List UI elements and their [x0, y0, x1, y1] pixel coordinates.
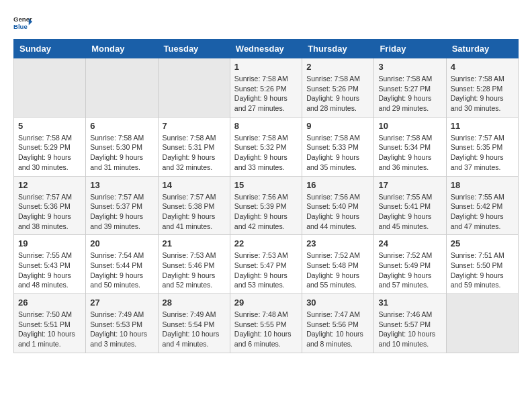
day-number: 1 [234, 62, 298, 72]
table-row: 23Sunrise: 7:52 AM Sunset: 5:48 PM Dayli… [302, 235, 374, 294]
calendar-table: Sunday Monday Tuesday Wednesday Thursday… [13, 39, 519, 353]
table-row: 17Sunrise: 7:55 AM Sunset: 5:41 PM Dayli… [374, 176, 446, 235]
day-number: 2 [306, 62, 369, 72]
day-info: Sunrise: 7:46 AM Sunset: 5:57 PM Dayligh… [378, 310, 441, 349]
table-row: 24Sunrise: 7:52 AM Sunset: 5:49 PM Dayli… [374, 235, 446, 294]
table-row: 12Sunrise: 7:57 AM Sunset: 5:36 PM Dayli… [14, 176, 86, 235]
day-info: Sunrise: 7:49 AM Sunset: 5:54 PM Dayligh… [163, 310, 226, 349]
day-number: 25 [451, 238, 514, 248]
day-info: Sunrise: 7:58 AM Sunset: 5:29 PM Dayligh… [18, 133, 81, 173]
day-info: Sunrise: 7:57 AM Sunset: 5:37 PM Dayligh… [90, 192, 153, 232]
table-row: 27Sunrise: 7:49 AM Sunset: 5:53 PM Dayli… [86, 294, 158, 353]
table-row: 19Sunrise: 7:55 AM Sunset: 5:43 PM Dayli… [14, 235, 86, 294]
day-info: Sunrise: 7:56 AM Sunset: 5:40 PM Dayligh… [306, 192, 369, 232]
col-wednesday: Wednesday [230, 40, 302, 58]
day-info: Sunrise: 7:57 AM Sunset: 5:35 PM Dayligh… [451, 133, 514, 173]
day-info: Sunrise: 7:47 AM Sunset: 5:56 PM Dayligh… [306, 310, 369, 349]
table-row [446, 294, 518, 353]
table-row: 25Sunrise: 7:51 AM Sunset: 5:50 PM Dayli… [446, 235, 518, 294]
table-row: 15Sunrise: 7:56 AM Sunset: 5:39 PM Dayli… [230, 176, 302, 235]
day-number: 22 [234, 238, 298, 248]
day-number: 12 [18, 180, 81, 190]
table-row: 6Sunrise: 7:58 AM Sunset: 5:30 PM Daylig… [86, 117, 158, 176]
day-number: 11 [451, 121, 514, 131]
day-number: 21 [163, 238, 226, 248]
day-number: 8 [234, 121, 298, 131]
day-info: Sunrise: 7:53 AM Sunset: 5:47 PM Dayligh… [234, 250, 298, 290]
table-row: 8Sunrise: 7:58 AM Sunset: 5:32 PM Daylig… [230, 117, 302, 176]
calendar-week-row: 1Sunrise: 7:58 AM Sunset: 5:26 PM Daylig… [14, 58, 519, 118]
col-thursday: Thursday [302, 40, 374, 58]
table-row: 16Sunrise: 7:56 AM Sunset: 5:40 PM Dayli… [302, 176, 374, 235]
day-info: Sunrise: 7:57 AM Sunset: 5:36 PM Dayligh… [18, 192, 81, 232]
table-row [86, 58, 158, 118]
day-number: 15 [234, 180, 298, 190]
calendar-week-row: 19Sunrise: 7:55 AM Sunset: 5:43 PM Dayli… [14, 235, 519, 294]
col-monday: Monday [86, 40, 158, 58]
table-row [14, 58, 86, 118]
day-number: 10 [378, 121, 441, 131]
day-number: 18 [451, 180, 514, 190]
day-number: 9 [306, 121, 369, 131]
day-number: 19 [18, 238, 81, 248]
day-info: Sunrise: 7:48 AM Sunset: 5:55 PM Dayligh… [234, 310, 298, 349]
day-info: Sunrise: 7:58 AM Sunset: 5:27 PM Dayligh… [378, 74, 441, 113]
day-number: 6 [90, 121, 153, 131]
col-saturday: Saturday [446, 40, 518, 58]
table-row: 28Sunrise: 7:49 AM Sunset: 5:54 PM Dayli… [158, 294, 230, 353]
day-info: Sunrise: 7:58 AM Sunset: 5:31 PM Dayligh… [163, 133, 226, 173]
col-tuesday: Tuesday [158, 40, 230, 58]
table-row: 22Sunrise: 7:53 AM Sunset: 5:47 PM Dayli… [230, 235, 302, 294]
table-row: 4Sunrise: 7:58 AM Sunset: 5:28 PM Daylig… [446, 58, 518, 118]
table-row: 2Sunrise: 7:58 AM Sunset: 5:26 PM Daylig… [302, 58, 374, 118]
day-number: 27 [90, 298, 153, 308]
day-number: 23 [306, 238, 369, 248]
table-row: 18Sunrise: 7:55 AM Sunset: 5:42 PM Dayli… [446, 176, 518, 235]
day-number: 16 [306, 180, 369, 190]
day-info: Sunrise: 7:58 AM Sunset: 5:30 PM Dayligh… [90, 133, 153, 173]
table-row: 14Sunrise: 7:57 AM Sunset: 5:38 PM Dayli… [158, 176, 230, 235]
calendar-week-row: 5Sunrise: 7:58 AM Sunset: 5:29 PM Daylig… [14, 117, 519, 176]
day-number: 26 [18, 298, 81, 308]
day-info: Sunrise: 7:58 AM Sunset: 5:26 PM Dayligh… [306, 74, 369, 113]
col-friday: Friday [374, 40, 446, 58]
day-number: 3 [378, 62, 441, 72]
day-info: Sunrise: 7:52 AM Sunset: 5:49 PM Dayligh… [378, 250, 441, 290]
day-info: Sunrise: 7:51 AM Sunset: 5:50 PM Dayligh… [451, 250, 514, 290]
day-info: Sunrise: 7:54 AM Sunset: 5:44 PM Dayligh… [90, 250, 153, 290]
table-row: 20Sunrise: 7:54 AM Sunset: 5:44 PM Dayli… [86, 235, 158, 294]
table-row [158, 58, 230, 118]
day-info: Sunrise: 7:56 AM Sunset: 5:39 PM Dayligh… [234, 192, 298, 232]
day-info: Sunrise: 7:58 AM Sunset: 5:34 PM Dayligh… [378, 133, 441, 173]
day-number: 24 [378, 238, 441, 248]
day-number: 20 [90, 238, 153, 248]
day-info: Sunrise: 7:55 AM Sunset: 5:43 PM Dayligh… [18, 250, 81, 290]
day-info: Sunrise: 7:49 AM Sunset: 5:53 PM Dayligh… [90, 310, 153, 349]
calendar-week-row: 26Sunrise: 7:50 AM Sunset: 5:51 PM Dayli… [14, 294, 519, 353]
day-number: 31 [378, 298, 441, 308]
day-info: Sunrise: 7:58 AM Sunset: 5:26 PM Dayligh… [234, 74, 298, 113]
day-number: 14 [163, 180, 226, 190]
page-header: General Blue [13, 13, 519, 32]
calendar-body: 1Sunrise: 7:58 AM Sunset: 5:26 PM Daylig… [14, 58, 519, 353]
table-row: 13Sunrise: 7:57 AM Sunset: 5:37 PM Dayli… [86, 176, 158, 235]
calendar-week-row: 12Sunrise: 7:57 AM Sunset: 5:36 PM Dayli… [14, 176, 519, 235]
table-row: 11Sunrise: 7:57 AM Sunset: 5:35 PM Dayli… [446, 117, 518, 176]
day-info: Sunrise: 7:58 AM Sunset: 5:32 PM Dayligh… [234, 133, 298, 173]
day-info: Sunrise: 7:52 AM Sunset: 5:48 PM Dayligh… [306, 250, 369, 290]
day-number: 29 [234, 298, 298, 308]
table-row: 10Sunrise: 7:58 AM Sunset: 5:34 PM Dayli… [374, 117, 446, 176]
day-number: 4 [451, 62, 514, 72]
logo-icon: General Blue [13, 13, 32, 32]
table-row: 9Sunrise: 7:58 AM Sunset: 5:33 PM Daylig… [302, 117, 374, 176]
table-row: 21Sunrise: 7:53 AM Sunset: 5:46 PM Dayli… [158, 235, 230, 294]
col-sunday: Sunday [14, 40, 86, 58]
table-row: 5Sunrise: 7:58 AM Sunset: 5:29 PM Daylig… [14, 117, 86, 176]
day-info: Sunrise: 7:57 AM Sunset: 5:38 PM Dayligh… [163, 192, 226, 232]
day-number: 13 [90, 180, 153, 190]
svg-text:Blue: Blue [13, 23, 28, 30]
logo: General Blue [13, 13, 32, 32]
table-row: 31Sunrise: 7:46 AM Sunset: 5:57 PM Dayli… [374, 294, 446, 353]
day-number: 30 [306, 298, 369, 308]
day-info: Sunrise: 7:58 AM Sunset: 5:28 PM Dayligh… [451, 74, 514, 113]
